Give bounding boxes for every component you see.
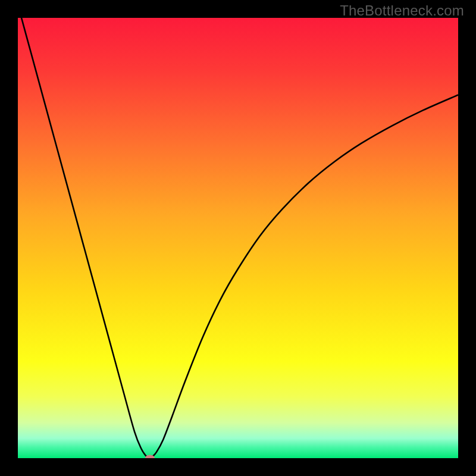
plot-area xyxy=(18,18,458,458)
chart-frame: TheBottleneck.com xyxy=(0,0,476,476)
chart-svg xyxy=(18,18,458,458)
chart-background xyxy=(18,18,458,458)
watermark-text: TheBottleneck.com xyxy=(340,2,464,19)
